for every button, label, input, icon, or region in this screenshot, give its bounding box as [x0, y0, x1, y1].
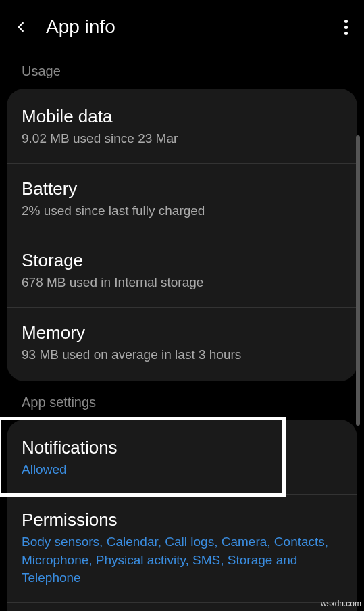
dots-vertical-icon — [344, 20, 348, 23]
item-subtitle: 678 MB used in Internal storage — [22, 274, 342, 292]
mobile-data-item[interactable]: Mobile data 9.02 MB used since 23 Mar — [7, 91, 357, 164]
item-subtitle: Allowed — [22, 461, 342, 479]
permissions-item[interactable]: Permissions Body sensors, Calendar, Call… — [7, 495, 357, 603]
back-button[interactable] — [14, 19, 30, 35]
set-as-default-item[interactable]: Set as default None set as default — [7, 603, 357, 611]
memory-item[interactable]: Memory 93 MB used on average in last 3 h… — [7, 308, 357, 379]
storage-item[interactable]: Storage 678 MB used in Internal storage — [7, 235, 357, 308]
app-settings-card: Notifications Allowed Permissions Body s… — [7, 420, 357, 611]
battery-item[interactable]: Battery 2% used since last fully charged — [7, 164, 357, 236]
more-options-button[interactable] — [342, 17, 350, 38]
item-subtitle: 93 MB used on average in last 3 hours — [22, 346, 342, 364]
watermark: wsxdn.com — [321, 599, 361, 608]
item-title: Mobile data — [22, 106, 342, 127]
item-title: Permissions — [22, 510, 342, 531]
item-title: Notifications — [22, 437, 342, 458]
item-title: Memory — [22, 322, 342, 343]
item-subtitle: 9.02 MB used since 23 Mar — [22, 130, 342, 148]
item-title: Storage — [22, 250, 342, 271]
scrollbar[interactable] — [356, 135, 360, 426]
usage-section-label: Usage — [0, 54, 364, 84]
item-subtitle: 2% used since last fully charged — [22, 202, 342, 220]
item-title: Battery — [22, 178, 342, 199]
notifications-item[interactable]: Notifications Allowed — [7, 422, 357, 495]
header: App info — [0, 0, 364, 54]
usage-card: Mobile data 9.02 MB used since 23 Mar Ba… — [7, 89, 357, 381]
item-subtitle: Body sensors, Calendar, Call logs, Camer… — [22, 533, 342, 587]
app-settings-section-label: App settings — [0, 385, 364, 416]
page-title: App info — [46, 16, 115, 38]
